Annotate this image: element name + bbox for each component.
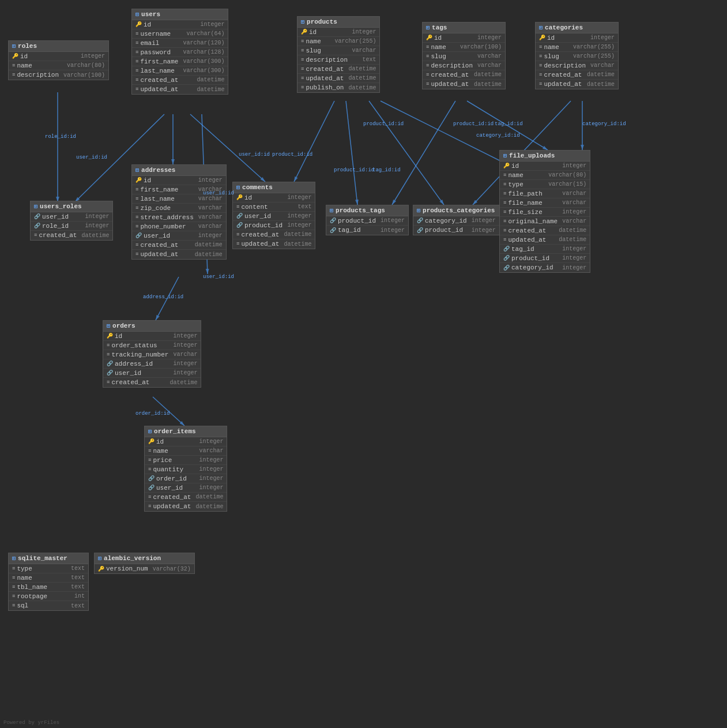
table-row[interactable]: ≡created_atdatetime (500, 226, 590, 235)
col-name: description (306, 57, 348, 63)
table-row[interactable]: 🔗category_idinteger (413, 216, 499, 226)
table-row[interactable]: 🔗user_idinteger (132, 231, 226, 241)
table-row[interactable]: ≡namevarchar(100) (423, 43, 505, 52)
table-row[interactable]: ≡descriptionvarchar (423, 61, 505, 70)
table-row[interactable]: ≡updated_atdatetime (132, 250, 226, 259)
table-row[interactable]: 🔑idinteger (132, 20, 228, 29)
table-products_tags[interactable]: ⊞products_tags🔗product_idinteger🔗tag_idi… (326, 205, 409, 235)
table-row[interactable]: ≡file_namevarchar (500, 198, 590, 208)
table-row[interactable]: ≡slugvarchar(255) (536, 52, 618, 61)
table-row[interactable]: 🔑idinteger (500, 162, 590, 171)
table-addresses[interactable]: ⊞addresses🔑idinteger≡first_namevarchar≡l… (131, 164, 227, 260)
table-row[interactable]: ≡sqltext (9, 601, 88, 610)
table-row[interactable]: ≡updated_atdatetime (500, 235, 590, 245)
table-file_uploads[interactable]: ⊞file_uploads🔑idinteger≡namevarchar(80)≡… (499, 150, 590, 273)
table-row[interactable]: 🔑idinteger (233, 193, 315, 202)
table-row[interactable]: ≡updated_atdatetime (132, 85, 228, 94)
table-row[interactable]: 🔗product_idinteger (326, 216, 408, 226)
table-row[interactable]: ≡created_atdatetime (233, 230, 315, 239)
table-row[interactable]: ≡created_atdatetime (297, 65, 379, 74)
table-row[interactable]: ≡descriptionvarchar(100) (9, 70, 108, 80)
table-row[interactable]: ≡namevarchar(80) (9, 61, 108, 70)
table-row[interactable]: ≡namevarchar(80) (500, 171, 590, 180)
table-row[interactable]: 🔗user_idinteger (233, 212, 315, 221)
table-row[interactable]: ≡passwordvarchar(128) (132, 48, 228, 57)
table-row[interactable]: 🔑idinteger (9, 52, 108, 61)
table-row[interactable]: ≡tracking_numbervarchar (103, 350, 201, 359)
table-users[interactable]: ⊞users🔑idinteger≡usernamevarchar(64)≡ema… (131, 9, 228, 95)
table-categories[interactable]: ⊞categories🔑idinteger≡namevarchar(255)≡s… (535, 22, 619, 89)
table-comments[interactable]: ⊞comments🔑idinteger≡contenttext🔗user_idi… (232, 182, 315, 249)
table-orders[interactable]: ⊞orders🔑idinteger≡order_statusinteger≡tr… (103, 320, 201, 388)
table-row[interactable]: ≡updated_atdatetime (536, 80, 618, 89)
table-row[interactable]: ≡contenttext (233, 202, 315, 212)
table-row[interactable]: ≡emailvarchar(120) (132, 39, 228, 48)
table-row[interactable]: 🔗product_idinteger (500, 254, 590, 263)
table-roles[interactable]: ⊞roles🔑idinteger≡namevarchar(80)≡descrip… (8, 40, 109, 80)
table-row[interactable]: ≡order_statusinteger (103, 341, 201, 350)
table-row[interactable]: ≡slugvarchar (297, 46, 379, 55)
table-row[interactable]: 🔗user_idinteger (31, 212, 112, 222)
table-row[interactable]: ≡updated_atdatetime (145, 502, 227, 511)
table-row[interactable]: 🔗product_idinteger (413, 226, 499, 235)
table-row[interactable]: ≡created_atdatetime (145, 493, 227, 502)
table-row[interactable]: ≡original_namevarchar (500, 217, 590, 226)
table-row[interactable]: ≡created_atdatetime (132, 76, 228, 85)
table-row[interactable]: 🔑idinteger (103, 332, 201, 341)
table-row[interactable]: ≡last_namevarchar(300) (132, 66, 228, 76)
table-row[interactable]: 🔗tag_idinteger (500, 245, 590, 254)
table-row[interactable]: ≡typetext (9, 564, 88, 573)
table-row[interactable]: 🔗order_idinteger (145, 474, 227, 483)
table-row[interactable]: ≡updated_atdatetime (233, 239, 315, 249)
table-products[interactable]: ⊞products🔑idinteger≡namevarchar(255)≡slu… (297, 16, 380, 93)
table-row[interactable]: ≡descriptiontext (297, 55, 379, 65)
table-row[interactable]: 🔑idinteger (132, 176, 226, 185)
table-row[interactable]: 🔑idinteger (145, 437, 227, 446)
table-row[interactable]: ≡quantityinteger (145, 465, 227, 474)
col-type-cell: datetime (348, 75, 376, 81)
table-sqlite_master[interactable]: ⊞sqlite_master≡typetext≡nametext≡tbl_nam… (8, 553, 89, 611)
table-row[interactable]: ≡created_atdatetime (103, 378, 201, 387)
table-row[interactable]: ≡created_atdatetime (423, 70, 505, 80)
table-row[interactable]: ≡updated_atdatetime (423, 80, 505, 89)
table-row[interactable]: 🔗category_idinteger (500, 263, 590, 272)
table-row[interactable]: ≡usernamevarchar(64) (132, 29, 228, 39)
table-row[interactable]: 🔗product_idinteger (233, 221, 315, 230)
table-row[interactable]: ≡first_namevarchar(300) (132, 57, 228, 66)
table-row[interactable]: ≡created_atdatetime (31, 231, 112, 240)
table-row[interactable]: ≡file_sizeinteger (500, 208, 590, 217)
table-row[interactable]: ≡descriptionvarchar (536, 61, 618, 70)
table-row[interactable]: 🔑idinteger (297, 28, 379, 37)
table-row[interactable]: 🔑version_numvarchar(32) (95, 564, 194, 573)
table-tags[interactable]: ⊞tags🔑idinteger≡namevarchar(100)≡slugvar… (422, 22, 506, 89)
table-row[interactable]: 🔑idinteger (536, 33, 618, 43)
table-row[interactable]: 🔗user_idinteger (145, 483, 227, 493)
table-row[interactable]: ≡namevarchar(255) (536, 43, 618, 52)
table-row[interactable]: ≡tbl_nametext (9, 583, 88, 592)
table-row[interactable]: ≡file_pathvarchar (500, 189, 590, 198)
table-row[interactable]: ≡namevarchar (145, 446, 227, 456)
table-row[interactable]: ≡created_atdatetime (132, 241, 226, 250)
table-row[interactable]: ≡nametext (9, 573, 88, 583)
table-row[interactable]: ≡priceinteger (145, 456, 227, 465)
table-row[interactable]: ≡zip_codevarchar (132, 204, 226, 213)
table-row[interactable]: ≡created_atdatetime (536, 70, 618, 80)
table-row[interactable]: 🔗role_idinteger (31, 222, 112, 231)
table-row[interactable]: 🔗address_idinteger (103, 359, 201, 369)
table-users_roles[interactable]: ⊞users_roles🔗user_idinteger🔗role_idinteg… (30, 201, 113, 241)
table-row[interactable]: ≡phone_numbervarchar (132, 222, 226, 231)
table-row[interactable]: ≡rootpageint (9, 592, 88, 601)
table-products_categories[interactable]: ⊞products_categories🔗category_idinteger🔗… (413, 205, 500, 235)
table-row[interactable]: 🔗user_idinteger (103, 369, 201, 378)
table-order_items[interactable]: ⊞order_items🔑idinteger≡namevarchar≡price… (144, 426, 227, 512)
table-row[interactable]: ≡publish_ondatetime (297, 83, 379, 92)
table-row[interactable]: ≡street_addressvarchar (132, 213, 226, 222)
table-row[interactable]: ≡slugvarchar (423, 52, 505, 61)
table-row[interactable]: ≡updated_atdatetime (297, 74, 379, 83)
table-alembic_version[interactable]: ⊞alembic_version🔑version_numvarchar(32) (94, 553, 195, 574)
table-row[interactable]: ≡typevarchar(15) (500, 180, 590, 189)
table-row[interactable]: 🔑idinteger (423, 33, 505, 43)
table-row[interactable]: ≡namevarchar(255) (297, 37, 379, 46)
table-row[interactable]: 🔗tag_idinteger (326, 226, 408, 235)
col-icon: ≡ (539, 44, 542, 50)
